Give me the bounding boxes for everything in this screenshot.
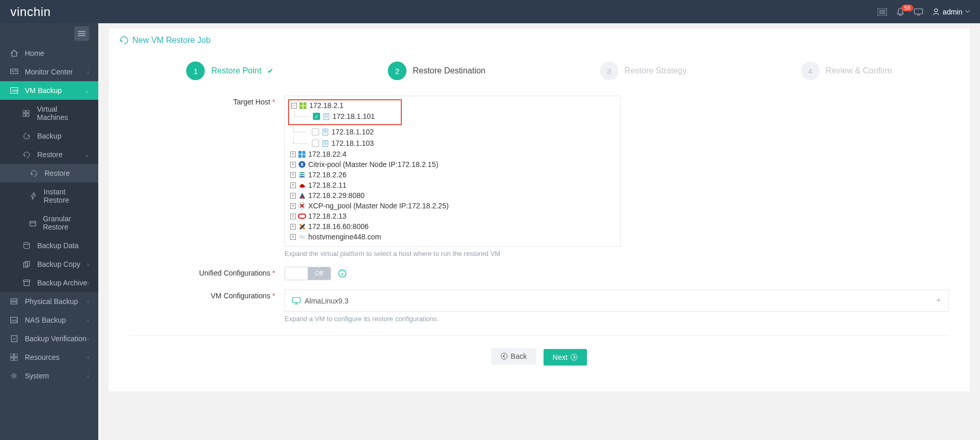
vm-config-expander[interactable]: AlmaLinux9.3 +	[284, 290, 949, 312]
tree-node-n6[interactable]: + 172.18.2.29:8080	[290, 190, 615, 201]
sidebar-item-home[interactable]: Home	[0, 44, 98, 63]
step-2[interactable]: 2 Restore Destination	[388, 62, 486, 80]
copy-icon	[22, 261, 31, 268]
sidebar-label: Backup Verification	[25, 335, 86, 343]
unified-toggle[interactable]: Off	[284, 267, 331, 280]
sidebar-item-instant-restore[interactable]: Instant Restore	[0, 183, 98, 209]
sidebar-item-virtual-machines[interactable]: Virtual Machines	[0, 100, 98, 127]
tree-node-n3[interactable]: + Citrix-pool (Master Node IP:172.18.2.1…	[290, 159, 615, 170]
vm-config-help: Expand a VM to configure its restore con…	[284, 315, 949, 323]
sidebar-item-backup[interactable]: Backup	[0, 127, 98, 145]
collapse-icon[interactable]: −	[291, 103, 297, 109]
grid-icon	[22, 110, 31, 117]
expand-icon[interactable]: +	[290, 203, 296, 209]
restore-icon	[22, 151, 31, 158]
checkbox-checked[interactable]: ✓	[313, 113, 320, 120]
user-menu[interactable]: admin	[932, 8, 970, 16]
sidebar-item-backup-archive[interactable]: Backup Archive ‹	[0, 274, 98, 292]
tree-node-n5[interactable]: + 172.18.2.11	[290, 180, 615, 190]
monitor-icon[interactable]	[914, 8, 923, 16]
sidebar-item-granular-restore[interactable]: Granular Restore	[0, 209, 98, 236]
sidebar-item-system[interactable]: System ‹	[0, 367, 98, 385]
tree-node-n2[interactable]: + 172.18.22.4	[290, 149, 615, 159]
svg-rect-33	[299, 106, 303, 109]
expand-icon[interactable]: +	[290, 151, 296, 157]
panel-body: 1 Restore Point ✔ 2 Restore Destination …	[109, 52, 970, 391]
sidebar-label: Backup Data	[37, 241, 79, 250]
sidebar-label: Restore	[44, 169, 70, 177]
tree-label: 172.18.2.11	[308, 181, 346, 189]
server-node-icon	[321, 140, 329, 147]
sidebar-item-vmbackup[interactable]: VM VM Backup ⌄	[0, 81, 98, 100]
sidebar-item-backup-verification[interactable]: Backup Verification ‹	[0, 329, 98, 348]
tree-label: 172.18.1.102	[331, 128, 374, 136]
user-label: admin	[943, 8, 962, 16]
logo-part2: chin	[27, 5, 51, 19]
tree-node-n8[interactable]: + 172.18.2.13	[290, 211, 615, 221]
step-1[interactable]: 1 Restore Point ✔	[186, 62, 274, 80]
sidebar-item-restore-sub[interactable]: Restore	[0, 164, 98, 183]
tree-node-child3[interactable]: 172.18.1.103	[290, 138, 615, 149]
step-4[interactable]: 4 Review & Confirm	[801, 62, 892, 80]
svg-rect-4	[914, 9, 923, 14]
expand-icon[interactable]: +	[290, 162, 296, 168]
expand-icon[interactable]: +	[290, 234, 296, 240]
sidebar-item-monitor[interactable]: Monitor Center ‹	[0, 63, 98, 81]
svg-rect-22	[11, 302, 17, 304]
tree-label: Citrix-pool (Master Node IP:172.18.2.15)	[308, 160, 438, 169]
svg-point-53	[300, 204, 304, 207]
svg-rect-14	[30, 221, 36, 226]
checkbox[interactable]	[312, 128, 319, 135]
sidebar-item-backup-data[interactable]: Backup Data	[0, 236, 98, 255]
sidebar-item-nas-backup[interactable]: NAS NAS Backup ‹	[0, 311, 98, 329]
bolt-icon	[29, 192, 38, 200]
server-icon	[9, 298, 19, 305]
tree-node-n10[interactable]: + hostvmengine448.com	[290, 232, 615, 242]
sidebar-item-backup-copy[interactable]: Backup Copy ‹	[0, 255, 98, 274]
svg-point-61	[301, 236, 303, 237]
wizard-steps: 1 Restore Point ✔ 2 Restore Destination …	[129, 57, 949, 96]
svg-rect-13	[26, 114, 29, 116]
expand-icon[interactable]: +	[290, 172, 296, 178]
step-3[interactable]: 3 Restore Strategy	[600, 62, 687, 80]
wizard-panel: New VM Restore Job 1 Restore Point ✔ 2 R…	[109, 28, 970, 391]
sidebar-collapse-button[interactable]	[74, 26, 89, 41]
sidebar-item-restore[interactable]: Restore ⌄	[0, 145, 98, 164]
sidebar-item-physical-backup[interactable]: Physical Backup ‹	[0, 292, 98, 311]
list-icon[interactable]	[878, 8, 887, 16]
svg-rect-65	[293, 297, 300, 302]
tree-node-n7[interactable]: + XCP-ng_pool (Master Node IP:172.18.2.2…	[290, 201, 615, 211]
sidebar-label: Restore	[37, 150, 63, 159]
tree-node-root1[interactable]: − 172.18.2.1	[291, 100, 399, 111]
required-asterisk: *	[273, 269, 275, 277]
next-button[interactable]: Next	[544, 349, 587, 366]
svg-point-57	[303, 207, 304, 208]
back-button[interactable]: Back	[491, 348, 536, 365]
expand-icon[interactable]: +	[290, 214, 296, 219]
tree-label: 172.18.2.29:8080	[308, 191, 365, 200]
chevron-left-icon: ‹	[87, 355, 89, 360]
sidebar-collapse-row	[0, 23, 98, 44]
info-icon[interactable]	[338, 269, 346, 278]
sidebar-label: Home	[25, 49, 44, 57]
svg-point-6	[934, 9, 938, 12]
tree-node-child2[interactable]: 172.18.1.102	[290, 126, 615, 138]
checkbox[interactable]	[312, 140, 319, 147]
sidebar-item-resources[interactable]: Resources ‹	[0, 348, 98, 367]
bell-icon[interactable]: 58	[896, 8, 904, 16]
tree-node-n4[interactable]: + 172.18.2.26	[290, 170, 615, 180]
tree-node-n9[interactable]: + 172.18.16.60:8006	[290, 221, 615, 232]
expand-icon[interactable]: +	[290, 224, 296, 230]
expand-icon[interactable]: +	[290, 183, 296, 188]
proxmox-icon	[298, 223, 306, 230]
tree-node-child1[interactable]: ✓ 172.18.1.101	[291, 111, 399, 122]
sidebar-label: NAS Backup	[25, 316, 66, 324]
host-tree[interactable]: − 172.18.2.1 ✓ 172.18.1.101	[284, 96, 621, 247]
verify-icon	[9, 335, 19, 342]
svg-rect-26	[10, 354, 13, 357]
expand-icon[interactable]: +	[290, 193, 296, 199]
monitor-center-icon	[9, 69, 19, 75]
svg-point-30	[13, 375, 16, 377]
vm-config-row: VM Configurations * AlmaLinux9.3 + Expan…	[129, 290, 949, 323]
citrix-icon	[298, 161, 306, 168]
